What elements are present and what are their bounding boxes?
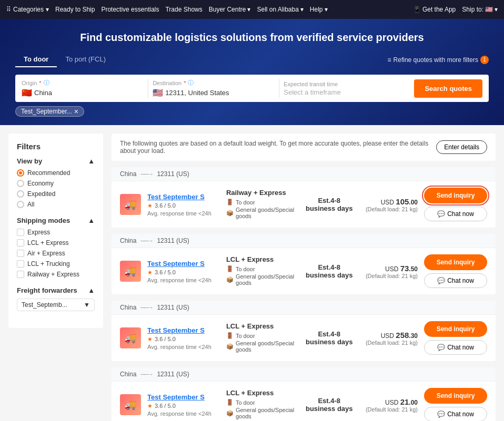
shipping-tabs: To door To port (FCL) ≡ Refine quotes wi… [15,52,489,67]
destination-text: 12311 (US) [157,371,189,378]
transit-days: Est.4-8 business days [305,263,354,279]
filter-recommended[interactable]: Recommended [17,169,95,177]
send-inquiry-button[interactable]: Send inquiry [424,188,487,203]
price-whole: 21 [400,397,409,406]
provider-name[interactable]: Test September S [147,260,220,268]
goods-icon: 📦 [226,210,234,217]
tab-to-port[interactable]: To port (FCL) [57,52,114,67]
filter-lcl-trucking[interactable]: LCL + Trucking [17,260,95,268]
provider-info: Test September S ★ 3.6 / 5.0 Avg. respon… [147,393,220,417]
nav-categories[interactable]: ⠿ Categories ▾ [6,6,49,13]
route-arrow-icon: ──→ [140,237,153,244]
send-inquiry-button[interactable]: Send inquiry [424,254,487,270]
tab-to-door[interactable]: To door [15,52,57,67]
response-time: Avg. response time <24h [147,210,220,217]
freight-forwarder-dropdown[interactable]: Test_Septemb... ▼ [17,299,95,311]
nav-get-app[interactable]: 📱 Get the App [413,6,456,13]
filter-all[interactable]: All [17,201,95,208]
star-icon: ★ [147,336,153,343]
response-time: Avg. response time <24h [147,410,220,417]
checkbox-air-express [17,250,24,257]
price-display: USD 21.00 [360,397,418,406]
provider-name[interactable]: Test September S [147,326,220,334]
enter-details-button[interactable]: Enter details [436,140,487,154]
chat-now-button[interactable]: 💬 Chat now [424,273,487,288]
origin-required: * [39,80,41,86]
chat-now-button[interactable]: 💬 Chat now [424,340,487,355]
chat-icon: 💬 [437,277,445,284]
refine-quotes-button[interactable]: ≡ Refine quotes with more filters 1 [388,56,489,64]
filter-railway-express[interactable]: Railway + Express [17,271,95,278]
phone-icon: 📱 [413,6,421,13]
filter-expedited[interactable]: Expedited [17,190,95,198]
filter-express[interactable]: Express [17,229,95,236]
view-by-header[interactable]: View by ▲ [17,157,95,165]
destination-value[interactable]: 🇺🇸 12311, United States [153,88,273,98]
provider-info: Test September S ★ 3.6 / 5.0 Avg. respon… [147,326,220,350]
origin-value[interactable]: 🇨🇳 China [22,88,142,98]
route-arrow-icon: ──→ [140,371,153,378]
radio-recommended [17,169,24,177]
quote-card-1: China ──→ 12311 (US) 🚚 Test September S … [112,234,496,294]
origin-flag: 🇨🇳 [22,88,32,98]
tag-close-button[interactable]: × [74,108,78,115]
quote-body: 🚚 Test September S ★ 3.6 / 5.0 Avg. resp… [112,315,496,361]
star-icon: ★ [147,202,153,209]
chevron-icon: ▾ [247,6,250,13]
send-inquiry-button[interactable]: Send inquiry [424,388,487,404]
provider-name[interactable]: Test September S [147,193,220,201]
price-whole: 258 [396,331,409,340]
chevron-up-icon: ▲ [88,157,95,165]
destination-text: 12311 (US) [157,237,189,244]
provider-name[interactable]: Test September S [147,393,220,401]
action-section: Send inquiry 💬 Chat now [424,388,487,421]
filter-economy[interactable]: Economy [17,180,95,187]
chat-now-button[interactable]: 💬 Chat now [424,407,487,421]
transit-days: Est.4-8 business days [305,197,354,212]
freight-forwarders-header[interactable]: Freight forwarders ▲ [17,286,95,294]
provider-logo: 🚚 [120,394,141,415]
nav-buyer-centre[interactable]: Buyer Centre ▾ [209,6,251,13]
quotes-list: China ──→ 12311 (US) 🚚 Test September S … [112,167,496,421]
transit-time-field: Expected transit time Select a timeframe [284,81,410,96]
shipping-modes-header[interactable]: Shipping modes ▲ [17,217,95,224]
origin-text: China [120,170,136,178]
destination-flag: 🇺🇸 [153,88,163,98]
goods-icon: 📦 [226,343,234,350]
send-inquiry-button[interactable]: Send inquiry [424,321,487,337]
filter-air-express[interactable]: Air + Express [17,250,95,257]
price-section: USD 21.00 (Default load: 21 kg) [360,397,418,413]
provider-rating: ★ 3.6 / 5.0 [147,336,220,343]
destination-text: 12311 (US) [157,170,189,178]
chevron-icon: ▾ [325,6,328,13]
nav-ship-to[interactable]: Ship to: 🇺🇸 ▾ [462,6,498,13]
search-quotes-button[interactable]: Search quotes [414,79,482,98]
chat-icon: 💬 [437,410,445,418]
radio-economy [17,180,24,187]
filter-lcl-express[interactable]: LCL + Express [17,239,95,247]
price-decimal: .30 [409,332,418,340]
route-arrow-icon: ──→ [140,304,153,311]
chevron-icon: ▾ [46,6,49,13]
quote-body: 🚚 Test September S ★ 3.6 / 5.0 Avg. resp… [112,382,496,421]
destination-required: * [184,80,186,86]
transit-time-label: Expected transit time [284,81,338,87]
price-note: (Default load: 21 kg) [360,206,418,212]
nav-sell[interactable]: Sell on Alibaba ▾ [257,6,303,13]
route-bar: China ──→ 12311 (US) [112,167,496,181]
price-whole: 73 [400,264,409,273]
provider-logo: 🚚 [120,261,141,282]
shipping-type: LCL + Express [226,389,299,397]
nav-ready-to-ship[interactable]: Ready to Ship [55,6,95,13]
goods-type: 📦 General goods/Special goods [226,273,299,286]
goods-icon: 📦 [226,276,234,283]
chat-now-button[interactable]: 💬 Chat now [424,207,487,221]
nav-protective[interactable]: Protective essentials [101,6,159,13]
nav-help[interactable]: Help ▾ [310,6,328,13]
destination-info-icon: ⓘ [188,79,194,87]
nav-categories-label: Categories [13,6,44,13]
info-banner-text: The following quotes are based on a defa… [120,140,430,155]
transit-time-value[interactable]: Select a timeframe [284,88,404,96]
rating-value: 3.6 / 5.0 [155,403,176,409]
nav-trade-shows[interactable]: Trade Shows [165,6,202,13]
